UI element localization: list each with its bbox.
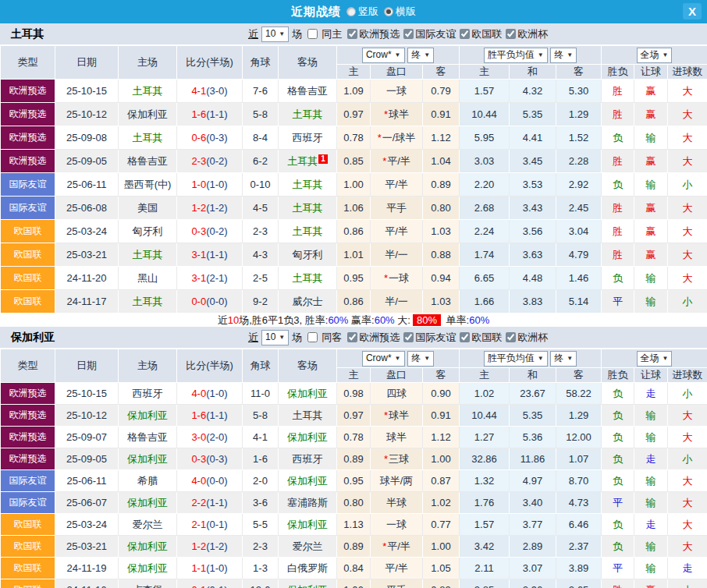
cell-result: 负 — [602, 514, 634, 536]
match-row: 欧国联25-03-21土耳其3-1(1-1)4-3匈牙利1.01半/一0.881… — [1, 243, 707, 267]
cell-mean-away: 3.04 — [556, 220, 602, 243]
cell-handicap: *一球 — [371, 267, 423, 290]
recent-count-select[interactable]: 10 — [261, 330, 289, 345]
cell-corners: 3-6 — [243, 492, 279, 514]
cell-handicap-result: 输 — [634, 126, 668, 150]
competition-checkbox-3[interactable] — [506, 29, 516, 39]
cell-result: 平 — [602, 558, 634, 579]
near-label[interactable]: 近 — [248, 27, 258, 41]
competition-label: 欧洲杯 — [517, 28, 548, 40]
cell-score: 0-3(0-3) — [177, 448, 243, 470]
competition-checkbox-1[interactable] — [403, 332, 414, 342]
near-label[interactable]: 近 — [248, 331, 258, 345]
away-team-name: 保加利亚 — [287, 519, 328, 530]
competition-checkbox-2[interactable] — [460, 29, 470, 39]
away-team-name: 爱尔兰 — [293, 540, 323, 552]
close-button[interactable]: X — [683, 3, 702, 19]
competition-checkbox-1[interactable] — [403, 29, 414, 39]
away-team-name: 保加利亚 — [287, 388, 328, 399]
sub-header-mean-home: 主 — [460, 368, 510, 383]
col-header-away: 客场 — [279, 349, 337, 383]
cell-score: 4-1(3-0) — [177, 80, 243, 103]
cell-home-team: 希腊 — [119, 470, 177, 492]
cell-odds-away: 0.79 — [423, 80, 460, 103]
cell-corners: 5-8 — [243, 405, 279, 427]
sub-header-handicap-result: 让球 — [634, 368, 668, 383]
cell-corners: 1-3 — [243, 558, 279, 579]
cell-odds-home: 1.06 — [337, 579, 371, 588]
summary-part: 大: — [395, 314, 410, 326]
scope-select[interactable]: 全场 — [637, 351, 673, 367]
away-team-name: 土耳其 — [293, 272, 323, 284]
mean-select[interactable]: 胜平负均值 — [484, 48, 548, 63]
cell-home-team: 卢森堡 — [119, 579, 177, 588]
odds-final-select[interactable]: 终 — [407, 48, 434, 63]
layout-radio-vertical[interactable]: 竖版 — [346, 5, 378, 19]
odds-source-select[interactable]: Crow* — [362, 351, 405, 367]
scope-group-header: 全场 — [602, 46, 707, 65]
cell-away-team: 土耳其 — [279, 267, 337, 290]
odds-source-select[interactable]: Crow* — [362, 48, 405, 63]
cell-odds-home: 0.95 — [337, 267, 371, 290]
cell-mean-draw: 3.43 — [510, 197, 556, 220]
cell-home-team: 匈牙利 — [119, 220, 177, 243]
cell-mean-home: 1.76 — [460, 492, 510, 514]
competition-checkbox-0[interactable] — [347, 332, 357, 342]
mean-final-select[interactable]: 终 — [550, 351, 577, 367]
cell-corners: 7-6 — [243, 80, 279, 103]
cell-away-team: 保加利亚 — [279, 427, 337, 448]
cell-home-team: 保加利亚 — [119, 536, 177, 558]
competition-checkbox-0[interactable] — [347, 29, 357, 39]
radio-unselected-icon[interactable] — [346, 7, 356, 16]
mean-final-select[interactable]: 终 — [550, 48, 577, 63]
cell-odds-away: 0.91 — [423, 405, 460, 427]
competition-filter-list: 欧洲预选国际友谊欧国联欧洲杯 — [343, 331, 548, 345]
cell-goals-result: 大 — [668, 267, 707, 290]
cell-odds-home: 0.89 — [337, 536, 371, 558]
handicap-changed-star: * — [384, 453, 388, 465]
cell-mean-away: 2.65 — [556, 579, 602, 588]
cell-home-team: 格鲁吉亚 — [119, 427, 177, 448]
cell-handicap: 一球 — [371, 514, 423, 536]
section-team-title: 保加利亚 — [11, 331, 55, 345]
odds-final-select[interactable]: 终 — [407, 351, 434, 367]
cell-mean-home: 2.20 — [460, 173, 510, 197]
cell-odds-home: 0.78 — [337, 126, 371, 150]
cell-goals-result: 小 — [668, 290, 707, 313]
cell-mean-draw: 2.89 — [510, 536, 556, 558]
radio-selected-icon[interactable] — [384, 7, 393, 16]
cell-away-team: 西班牙 — [279, 448, 337, 470]
scope-select[interactable]: 全场 — [637, 48, 673, 63]
same-side-checkbox[interactable] — [307, 29, 318, 39]
recent-count-select[interactable]: 10 — [261, 27, 289, 42]
sub-header-odds-away: 客 — [423, 65, 460, 80]
same-side-checkbox[interactable] — [307, 332, 318, 342]
home-team-name: 保加利亚 — [127, 562, 168, 574]
competition-checkbox-2[interactable] — [460, 332, 470, 342]
cell-mean-draw: 23.67 — [510, 383, 556, 405]
handicap-changed-star: * — [382, 155, 386, 167]
competition-checkbox-3[interactable] — [506, 332, 516, 342]
cell-date: 24-11-16 — [55, 579, 119, 588]
cell-score: 1-0(1-0) — [177, 173, 243, 197]
cell-handicap: 四球 — [371, 383, 423, 405]
layout-radio-horizontal[interactable]: 横版 — [384, 5, 416, 19]
col-header-type: 类型 — [1, 46, 55, 80]
halftime-score: (0-2) — [206, 155, 227, 167]
cell-goals-result: 大 — [668, 150, 707, 173]
summary-part: 60% — [469, 314, 489, 326]
cell-away-team: 匈牙利 — [279, 243, 337, 267]
cell-type: 欧国联 — [1, 514, 55, 536]
halftime-score: (2-0) — [206, 431, 227, 443]
mean-select[interactable]: 胜平负均值 — [484, 351, 548, 367]
cell-odds-home: 1.06 — [337, 197, 371, 220]
cell-handicap: *三球 — [371, 448, 423, 470]
cell-odds-away: 1.03 — [423, 220, 460, 243]
red-card-badge: 1 — [318, 154, 328, 164]
cell-type: 国际友谊 — [1, 173, 55, 197]
cell-mean-away: 8.70 — [556, 470, 602, 492]
cell-odds-home: 0.89 — [337, 448, 371, 470]
cell-date: 25-09-05 — [55, 150, 119, 173]
cell-handicap-result: 赢 — [634, 150, 668, 173]
away-team-name: 土耳其 — [293, 202, 323, 214]
